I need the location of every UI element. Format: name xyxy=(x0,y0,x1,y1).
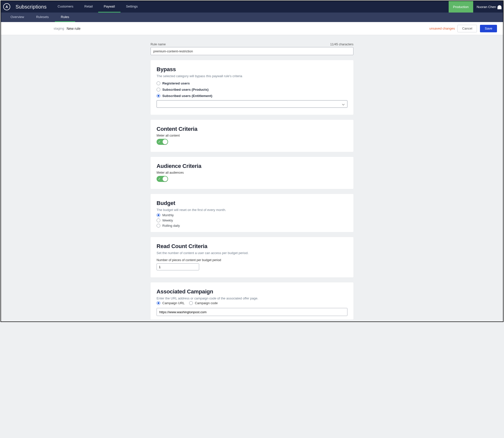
check-icon: ✓ xyxy=(158,140,161,144)
campaign-radio-code[interactable]: Campaign code xyxy=(189,301,218,305)
user-name: Nuoran Chen xyxy=(477,5,496,9)
read-count-heading: Read Count Criteria xyxy=(157,243,347,250)
radio-label: Campaign URL xyxy=(162,301,185,305)
rule-name-input[interactable] xyxy=(151,47,353,55)
environment-badge[interactable]: Production xyxy=(449,1,473,13)
subnav-rules[interactable]: Rules xyxy=(55,13,75,22)
user-icon xyxy=(497,5,501,9)
content-toggle-label: Meter all content xyxy=(157,134,347,137)
bypass-radio-registered[interactable]: Registered users xyxy=(157,81,347,85)
radio-icon xyxy=(157,224,160,228)
radio-icon xyxy=(157,88,160,91)
radio-icon xyxy=(157,213,160,217)
radio-label: Weekly xyxy=(162,218,173,222)
radio-label: Monthly xyxy=(162,213,174,217)
audience-meter-toggle[interactable]: ✓ xyxy=(157,176,168,182)
bypass-radio-entitlement[interactable]: Subscribed users (Entitlement) xyxy=(157,94,347,98)
radio-label: Subscribed users (Products) xyxy=(162,88,209,91)
user-menu[interactable]: Nuoran Chen xyxy=(473,1,503,13)
logo-icon: A xyxy=(3,3,10,10)
budget-radio-monthly[interactable]: Monthly xyxy=(157,213,347,217)
check-icon: ✓ xyxy=(158,177,161,181)
top-bar: A Subscriptions Customers Retail Paywall… xyxy=(1,1,503,13)
cancel-button[interactable]: Cancel xyxy=(457,25,477,32)
radio-icon xyxy=(157,218,160,222)
nav-customers[interactable]: Customers xyxy=(52,1,79,13)
content-criteria-heading: Content Criteria xyxy=(157,126,347,132)
budget-heading: Budget xyxy=(157,200,347,206)
budget-radio-weekly[interactable]: Weekly xyxy=(157,218,347,222)
content-meter-toggle[interactable]: ✓ xyxy=(157,139,168,145)
radio-icon xyxy=(157,94,160,98)
bypass-desc: The selected category will bypass this p… xyxy=(157,74,347,78)
nav-settings[interactable]: Settings xyxy=(120,1,143,13)
rule-name-counter: 11/45 characters xyxy=(330,43,353,46)
rule-name-label: Rule name xyxy=(151,43,166,46)
unsaved-indicator: unsaved changes xyxy=(429,27,455,30)
campaign-radio-url[interactable]: Campaign URL xyxy=(157,301,185,305)
toggle-knob xyxy=(163,139,168,144)
radio-label: Registered users xyxy=(162,81,190,85)
sub-nav: Overview Rulesets Rules xyxy=(1,13,503,22)
bypass-card: Bypass The selected category will bypass… xyxy=(151,60,353,115)
page-bar: staging New rule unsaved changes Cancel … xyxy=(1,22,503,35)
budget-desc: The budget will reset on the first of ev… xyxy=(157,208,347,212)
top-nav: Customers Retail Paywall Settings xyxy=(52,1,143,13)
read-count-input[interactable] xyxy=(157,263,199,270)
breadcrumb-env: staging xyxy=(54,27,64,30)
budget-radio-rolling[interactable]: Rolling daily xyxy=(157,224,347,228)
audience-criteria-heading: Audience Criteria xyxy=(157,163,347,169)
budget-card: Budget The budget will reset on the firs… xyxy=(151,194,353,232)
campaign-url-input[interactable] xyxy=(157,308,347,316)
page-title: New rule xyxy=(67,27,80,31)
entitlement-select[interactable] xyxy=(157,100,347,108)
toggle-knob xyxy=(163,176,168,181)
read-count-field-label: Number of pieces of content per budget p… xyxy=(157,258,347,262)
campaign-card: Associated Campaign Enter the URL addres… xyxy=(151,282,353,319)
radio-icon xyxy=(189,301,193,305)
chevron-down-icon xyxy=(342,103,345,105)
bypass-radio-products[interactable]: Subscribed users (Products) xyxy=(157,88,347,91)
read-count-card: Read Count Criteria Set the number of co… xyxy=(151,237,353,277)
save-button[interactable]: Save xyxy=(480,25,497,32)
subnav-overview[interactable]: Overview xyxy=(5,13,30,22)
app-title: Subscriptions xyxy=(13,1,52,13)
radio-label: Campaign code xyxy=(195,301,218,305)
radio-label: Rolling daily xyxy=(162,224,180,228)
content-criteria-card: Content Criteria Meter all content ✓ xyxy=(151,120,353,152)
radio-icon xyxy=(157,81,160,85)
logo[interactable]: A xyxy=(1,1,13,13)
nav-retail[interactable]: Retail xyxy=(79,1,98,13)
bypass-heading: Bypass xyxy=(157,66,347,73)
nav-paywall[interactable]: Paywall xyxy=(98,1,120,13)
subnav-rulesets[interactable]: Rulesets xyxy=(30,13,55,22)
audience-criteria-card: Audience Criteria Meter all audiences ✓ xyxy=(151,157,353,189)
read-count-desc: Set the number of content a user can acc… xyxy=(157,251,347,255)
campaign-desc: Enter the URL address or campaign code o… xyxy=(157,296,347,300)
radio-icon xyxy=(157,301,160,305)
audience-toggle-label: Meter all audiences xyxy=(157,171,347,174)
campaign-heading: Associated Campaign xyxy=(157,288,347,295)
radio-label: Subscribed users (Entitlement) xyxy=(162,94,212,98)
